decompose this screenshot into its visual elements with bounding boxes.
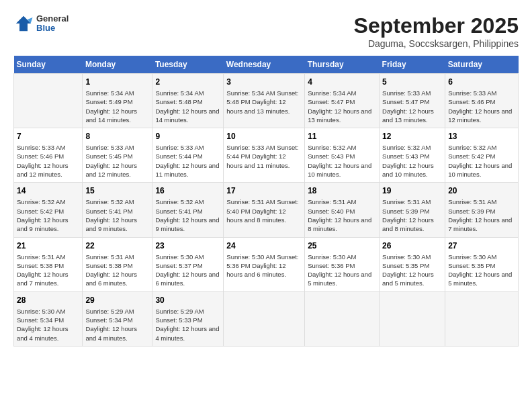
calendar-header-row: SundayMondayTuesdayWednesdayThursdayFrid… [14, 56, 519, 74]
calendar-cell [14, 74, 83, 128]
day-info: Sunrise: 5:34 AM Sunset: 5:49 PM Dayligh… [85, 89, 149, 124]
calendar-cell: 6Sunrise: 5:33 AM Sunset: 5:46 PM Daylig… [445, 74, 519, 128]
day-info: Sunrise: 5:33 AM Sunset: 5:44 PM Dayligh… [155, 143, 220, 179]
day-number: 2 [155, 77, 220, 87]
calendar-cell: 9Sunrise: 5:33 AM Sunset: 5:44 PM Daylig… [152, 128, 224, 183]
calendar-cell [445, 291, 519, 346]
calendar-cell: 15Sunrise: 5:32 AM Sunset: 5:41 PM Dayli… [83, 183, 152, 237]
logo-general: General [36, 14, 69, 24]
calendar-week-row: 14Sunrise: 5:32 AM Sunset: 5:42 PM Dayli… [14, 183, 519, 237]
day-info: Sunrise: 5:30 AM Sunset: 5:36 PM Dayligh… [308, 253, 376, 288]
svg-marker-0 [16, 16, 32, 32]
calendar-cell [305, 291, 380, 346]
logo-icon [13, 13, 34, 34]
day-number: 29 [85, 295, 149, 305]
day-info: Sunrise: 5:34 AM Sunset: 5:48 PM Dayligh… [155, 89, 220, 124]
day-number: 5 [382, 77, 442, 87]
calendar-cell: 14Sunrise: 5:32 AM Sunset: 5:42 PM Dayli… [14, 183, 83, 237]
calendar-cell: 27Sunrise: 5:30 AM Sunset: 5:35 PM Dayli… [445, 237, 519, 291]
day-number: 27 [448, 241, 515, 250]
day-number: 13 [448, 132, 515, 141]
calendar-cell: 30Sunrise: 5:29 AM Sunset: 5:33 PM Dayli… [152, 291, 224, 346]
day-number: 12 [382, 132, 442, 141]
day-info: Sunrise: 5:32 AM Sunset: 5:42 PM Dayligh… [17, 197, 79, 233]
day-number: 9 [155, 132, 220, 141]
title-section: September 2025 Daguma, Soccsksargen, Phi… [354, 13, 519, 49]
day-info: Sunrise: 5:34 AM Sunset: 5:48 PM Dayligh… [226, 89, 302, 116]
day-number: 6 [448, 77, 515, 87]
calendar-cell: 11Sunrise: 5:32 AM Sunset: 5:43 PM Dayli… [305, 128, 380, 183]
weekday-header: Sunday [14, 56, 83, 74]
day-number: 22 [85, 241, 149, 250]
day-number: 26 [382, 241, 442, 250]
calendar-cell: 3Sunrise: 5:34 AM Sunset: 5:48 PM Daylig… [224, 74, 305, 128]
weekday-header: Saturday [445, 56, 519, 74]
calendar-cell: 29Sunrise: 5:29 AM Sunset: 5:34 PM Dayli… [83, 291, 152, 346]
day-info: Sunrise: 5:33 AM Sunset: 5:44 PM Dayligh… [226, 143, 302, 170]
day-info: Sunrise: 5:30 AM Sunset: 5:34 PM Dayligh… [17, 307, 79, 342]
day-info: Sunrise: 5:32 AM Sunset: 5:42 PM Dayligh… [448, 143, 515, 179]
day-info: Sunrise: 5:32 AM Sunset: 5:43 PM Dayligh… [308, 143, 376, 179]
day-info: Sunrise: 5:30 AM Sunset: 5:36 PM Dayligh… [226, 253, 302, 279]
day-number: 1 [85, 77, 149, 87]
weekday-header: Monday [83, 56, 152, 74]
day-number: 20 [448, 186, 515, 195]
calendar-cell: 20Sunrise: 5:31 AM Sunset: 5:39 PM Dayli… [445, 183, 519, 237]
location: Daguma, Soccsksargen, Philippines [354, 38, 519, 49]
day-info: Sunrise: 5:30 AM Sunset: 5:37 PM Dayligh… [155, 253, 220, 288]
weekday-header: Friday [380, 56, 445, 74]
calendar-cell: 7Sunrise: 5:33 AM Sunset: 5:46 PM Daylig… [14, 128, 83, 183]
calendar-cell [224, 291, 305, 346]
day-number: 14 [17, 186, 79, 195]
calendar-cell: 19Sunrise: 5:31 AM Sunset: 5:39 PM Dayli… [380, 183, 445, 237]
day-info: Sunrise: 5:33 AM Sunset: 5:47 PM Dayligh… [382, 89, 442, 124]
calendar-cell: 18Sunrise: 5:31 AM Sunset: 5:40 PM Dayli… [305, 183, 380, 237]
day-number: 24 [226, 241, 302, 250]
day-info: Sunrise: 5:31 AM Sunset: 5:39 PM Dayligh… [448, 197, 515, 233]
calendar-week-row: 1Sunrise: 5:34 AM Sunset: 5:49 PM Daylig… [14, 74, 519, 128]
day-number: 8 [85, 132, 149, 141]
day-number: 30 [155, 295, 220, 305]
day-info: Sunrise: 5:32 AM Sunset: 5:41 PM Dayligh… [85, 197, 149, 233]
logo-text: General Blue [36, 14, 69, 34]
day-number: 4 [308, 77, 376, 87]
day-info: Sunrise: 5:30 AM Sunset: 5:35 PM Dayligh… [448, 253, 515, 288]
day-info: Sunrise: 5:33 AM Sunset: 5:45 PM Dayligh… [85, 143, 149, 179]
day-number: 25 [308, 241, 376, 250]
calendar-cell: 23Sunrise: 5:30 AM Sunset: 5:37 PM Dayli… [152, 237, 224, 291]
day-info: Sunrise: 5:30 AM Sunset: 5:35 PM Dayligh… [382, 253, 442, 288]
day-number: 15 [85, 186, 149, 195]
calendar-cell: 22Sunrise: 5:31 AM Sunset: 5:38 PM Dayli… [83, 237, 152, 291]
weekday-header: Tuesday [152, 56, 224, 74]
calendar-cell [380, 291, 445, 346]
day-number: 28 [17, 295, 79, 305]
day-number: 7 [17, 132, 79, 141]
day-info: Sunrise: 5:31 AM Sunset: 5:38 PM Dayligh… [85, 253, 149, 288]
day-number: 10 [226, 132, 302, 141]
logo-blue: Blue [36, 24, 69, 33]
calendar-cell: 28Sunrise: 5:30 AM Sunset: 5:34 PM Dayli… [14, 291, 83, 346]
weekday-header: Thursday [305, 56, 380, 74]
day-info: Sunrise: 5:31 AM Sunset: 5:39 PM Dayligh… [382, 197, 442, 233]
day-number: 23 [155, 241, 220, 250]
calendar-week-row: 21Sunrise: 5:31 AM Sunset: 5:38 PM Dayli… [14, 237, 519, 291]
day-number: 18 [308, 186, 376, 195]
day-info: Sunrise: 5:31 AM Sunset: 5:40 PM Dayligh… [308, 197, 376, 233]
calendar-table: SundayMondayTuesdayWednesdayThursdayFrid… [13, 56, 519, 347]
calendar-cell: 4Sunrise: 5:34 AM Sunset: 5:47 PM Daylig… [305, 74, 380, 128]
day-info: Sunrise: 5:31 AM Sunset: 5:40 PM Dayligh… [226, 197, 302, 224]
day-info: Sunrise: 5:32 AM Sunset: 5:41 PM Dayligh… [155, 197, 220, 233]
day-number: 11 [308, 132, 376, 141]
calendar-cell: 2Sunrise: 5:34 AM Sunset: 5:48 PM Daylig… [152, 74, 224, 128]
month-title: September 2025 [354, 13, 519, 38]
day-info: Sunrise: 5:29 AM Sunset: 5:33 PM Dayligh… [155, 307, 220, 342]
day-number: 21 [17, 241, 79, 250]
calendar-week-row: 28Sunrise: 5:30 AM Sunset: 5:34 PM Dayli… [14, 291, 519, 346]
day-info: Sunrise: 5:29 AM Sunset: 5:34 PM Dayligh… [85, 307, 149, 342]
calendar-cell: 26Sunrise: 5:30 AM Sunset: 5:35 PM Dayli… [380, 237, 445, 291]
calendar-cell: 13Sunrise: 5:32 AM Sunset: 5:42 PM Dayli… [445, 128, 519, 183]
day-number: 16 [155, 186, 220, 195]
calendar-cell: 25Sunrise: 5:30 AM Sunset: 5:36 PM Dayli… [305, 237, 380, 291]
calendar-cell: 24Sunrise: 5:30 AM Sunset: 5:36 PM Dayli… [224, 237, 305, 291]
calendar-cell: 21Sunrise: 5:31 AM Sunset: 5:38 PM Dayli… [14, 237, 83, 291]
